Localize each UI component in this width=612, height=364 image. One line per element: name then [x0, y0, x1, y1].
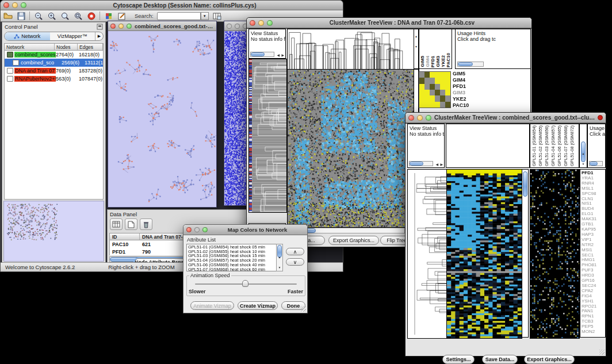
gene-name[interactable]: MSI1: [582, 248, 605, 253]
zoom-matrix[interactable]: [419, 71, 451, 108]
network-list[interactable]: combined_scores_2764(0)16218(0)combined_…: [4, 51, 104, 200]
network-view-title-bar[interactable]: combined_scores_good.txt--cluste...: [108, 21, 216, 31]
settings-button[interactable]: Settings...: [442, 355, 475, 364]
main-heatmap-canvas[interactable]: [287, 69, 415, 228]
treeview1-title-bar[interactable]: ClusterMaker TreeView : DNA and Tran 07-…: [247, 18, 531, 28]
gene-name[interactable]: RPN1: [582, 314, 605, 319]
attribute-list-item[interactable]: GPL51-07 (GSM868) heat shock 60 min: [188, 267, 281, 271]
network-list-row[interactable]: combined_scores_2764(0)16218(0): [5, 51, 103, 59]
minimize-button[interactable]: [235, 24, 240, 29]
scroll-left-icon[interactable]: ◀: [277, 53, 280, 57]
scroll-down-icon[interactable]: ▼: [582, 162, 585, 166]
gene-name[interactable]: PEP5: [582, 324, 605, 329]
gene-name[interactable]: CLN1: [582, 197, 605, 202]
zoom-out-icon[interactable]: [33, 11, 43, 21]
zoom-button[interactable]: [426, 115, 431, 121]
gene-name[interactable]: MON2: [582, 329, 605, 335]
col-id[interactable]: ID: [110, 233, 140, 240]
matrix-cell[interactable]: [440, 102, 445, 108]
dendrogram-scroll-strip[interactable]: ▲ ▼: [414, 29, 419, 69]
annotation-icon[interactable]: [117, 11, 127, 21]
gene-name[interactable]: BUD4: [582, 206, 605, 212]
matrix-cell[interactable]: [440, 95, 445, 101]
tab-vizmapper[interactable]: VizMapper™: [50, 32, 95, 40]
gene-name[interactable]: SPC98: [582, 191, 605, 197]
close-button[interactable]: [110, 24, 116, 29]
gene-name[interactable]: GTB1: [582, 222, 605, 227]
col-network[interactable]: Network: [5, 44, 55, 50]
gene-name[interactable]: CPA2: [582, 289, 605, 294]
matrix-cell[interactable]: [435, 78, 440, 83]
scrollbar-thumb[interactable]: [251, 52, 265, 56]
matrix-cell[interactable]: [424, 95, 430, 101]
gene-name[interactable]: TCB3: [582, 319, 605, 324]
gene-name[interactable]: HMG1: [582, 258, 605, 263]
row-dendrogram-canvas[interactable]: [407, 169, 447, 339]
matrix-cell[interactable]: [445, 102, 450, 108]
scroll-down-icon[interactable]: ▼: [278, 266, 281, 269]
matrix-cell[interactable]: [430, 90, 435, 95]
matrix-cell[interactable]: [430, 78, 435, 83]
gene-name[interactable]: PHO81: [582, 263, 605, 268]
expression-heatmap-canvas[interactable]: [446, 169, 522, 339]
minimize-button[interactable]: [118, 24, 124, 29]
save-icon[interactable]: [16, 11, 26, 21]
matrix-cell[interactable]: [445, 95, 450, 101]
matrix-cell[interactable]: [424, 84, 430, 90]
col-nodes[interactable]: Nodes: [55, 44, 78, 50]
matrix-cell[interactable]: [430, 84, 435, 90]
matrix-cell[interactable]: [435, 90, 440, 95]
matrix-cell[interactable]: [430, 102, 435, 108]
close-button[interactable]: [227, 24, 232, 29]
gene-name[interactable]: NTR2: [582, 243, 605, 248]
close-button[interactable]: [408, 115, 414, 121]
gene-name[interactable]: SEC1: [582, 253, 605, 258]
tab-overflow-icon[interactable]: ▶: [95, 32, 103, 40]
matrix-cell[interactable]: [445, 78, 450, 83]
matrix-cell[interactable]: [445, 84, 450, 90]
search-dropdown-icon[interactable]: ▼: [201, 12, 209, 20]
minimize-button[interactable]: [417, 115, 423, 121]
minimize-button[interactable]: [258, 20, 264, 26]
matrix-cell[interactable]: [440, 72, 445, 78]
matrix-cell[interactable]: [435, 95, 440, 101]
create-vizmap-button[interactable]: Create Vizmap: [238, 301, 278, 310]
gene-name[interactable]: RPO21: [582, 304, 605, 309]
close-button[interactable]: [250, 20, 255, 26]
scroll-left-icon[interactable]: ◀: [435, 162, 438, 166]
gene-name[interactable]: MAK31: [582, 217, 605, 222]
attribute-browser-icon[interactable]: [212, 11, 222, 21]
zoom-fit-icon[interactable]: [60, 11, 70, 21]
minimize-button[interactable]: [194, 227, 200, 232]
gene-name[interactable]: ELG1: [582, 212, 605, 217]
gene-name[interactable]: VIP1: [582, 237, 605, 243]
matrix-cell[interactable]: [435, 102, 440, 108]
matrix-cell[interactable]: [424, 90, 430, 95]
resize-grip[interactable]: [301, 306, 306, 312]
resize-grip[interactable]: [599, 350, 605, 355]
float-panel-icon[interactable]: [97, 24, 103, 30]
vizmapper-icon[interactable]: [104, 11, 113, 21]
gene-name[interactable]: HAP3: [582, 232, 605, 237]
matrix-cell[interactable]: [445, 72, 450, 78]
column-labels-scrollbar[interactable]: ▲ ▼: [579, 124, 587, 168]
scrollbar-thumb[interactable]: [458, 62, 473, 66]
animate-vizmap-button[interactable]: Animate Vizmap: [190, 301, 234, 310]
attribute-list[interactable]: GPL51-01 (GSM854) heat shock 05 minGPL51…: [186, 244, 283, 271]
move-up-button[interactable]: ∧: [286, 248, 304, 255]
export-graphics-button[interactable]: Export Graphics...: [524, 355, 575, 364]
heatmap-vertical-scrollbar[interactable]: [522, 169, 529, 338]
close-button[interactable]: [186, 227, 192, 232]
matrix-cell[interactable]: [424, 72, 430, 78]
gene-name[interactable]: MSL1: [582, 186, 605, 191]
network-canvas[interactable]: [108, 31, 216, 207]
scroll-up-icon[interactable]: ▲: [582, 152, 585, 155]
zoom-button[interactable]: [127, 24, 132, 29]
window-red-icon[interactable]: [598, 115, 603, 120]
gene-name[interactable]: FIG4: [582, 294, 605, 299]
dialog-title-bar[interactable]: Map Colors to Network: [183, 225, 307, 235]
matrix-cell[interactable]: [419, 78, 424, 83]
matrix-cell[interactable]: [430, 95, 435, 101]
gene-name[interactable]: RNR4: [582, 181, 605, 186]
scroll-right-icon[interactable]: ▶: [440, 162, 443, 166]
